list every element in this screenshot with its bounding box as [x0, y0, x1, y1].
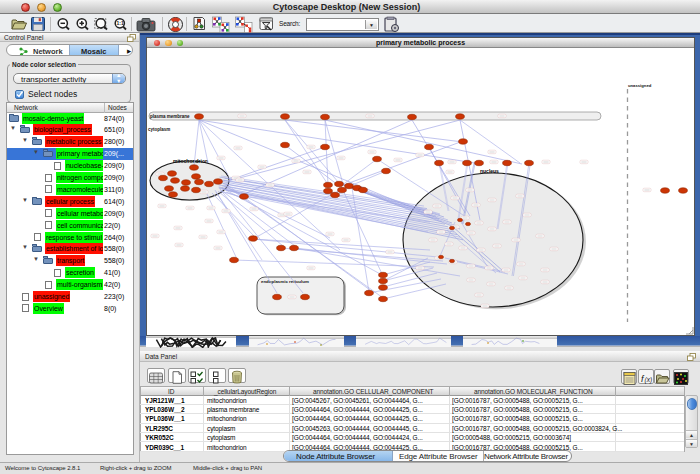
- svg-text:(x): (x): [644, 376, 652, 384]
- svg-text:unassigned: unassigned: [628, 83, 652, 88]
- svg-text:plasma membrane: plasma membrane: [150, 114, 190, 119]
- svg-text:mitochondrion: mitochondrion: [173, 158, 208, 164]
- svg-text:nucleus: nucleus: [480, 168, 499, 174]
- svg-text:1:1: 1:1: [117, 20, 124, 26]
- svg-text:cytoplasm: cytoplasm: [148, 127, 170, 132]
- svg-text:endoplasmic reticulum: endoplasmic reticulum: [261, 279, 309, 284]
